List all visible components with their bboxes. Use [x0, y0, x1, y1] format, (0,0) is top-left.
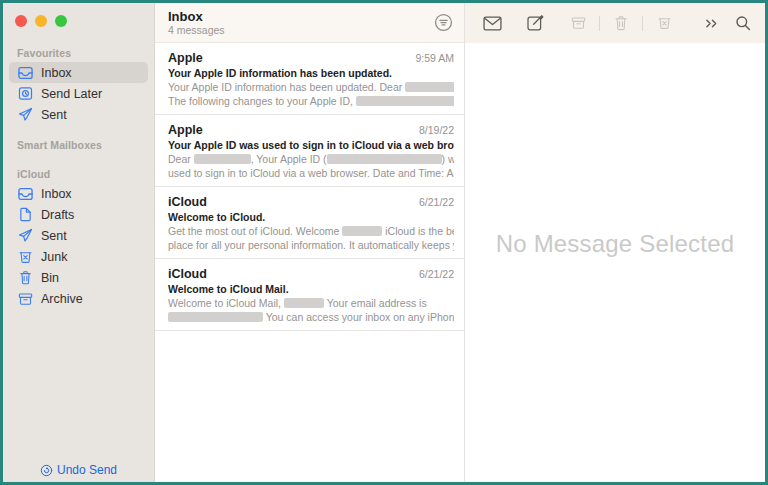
more-toolbar-icon[interactable] — [698, 10, 724, 36]
compose-icon[interactable] — [522, 10, 548, 36]
sidebar-item-label: Archive — [41, 292, 83, 306]
message-preview: Welcome to iCloud Mail, Your email addre… — [168, 296, 454, 324]
sidebar-item-label: Drafts — [41, 208, 74, 222]
toolbar-separator — [599, 16, 600, 31]
trash-icon — [608, 10, 634, 36]
message-row[interactable]: Apple9:59 AMYour Apple ID information ha… — [155, 43, 464, 115]
redacted-text — [356, 96, 454, 106]
search-icon[interactable] — [730, 10, 756, 36]
detail-toolbar-icons — [465, 3, 765, 43]
message-sender: iCloud — [168, 267, 207, 281]
send-later-icon — [17, 86, 33, 102]
message-date: 9:59 AM — [415, 52, 454, 64]
sidebar-item-send-later[interactable]: Send Later — [9, 83, 148, 104]
sidebar: FavouritesInboxSend LaterSentSmart Mailb… — [3, 3, 155, 482]
message-list-pane: Inbox 4 messages Apple9:59 AMYour Apple … — [155, 3, 465, 482]
inbox-icon — [17, 65, 33, 81]
sidebar-item-inbox[interactable]: Inbox — [9, 62, 148, 83]
zoom-button[interactable] — [55, 15, 67, 27]
sidebar-section-label: Smart Mailboxes — [3, 135, 154, 154]
message-preview: Your Apple ID information has been updat… — [168, 80, 454, 108]
preview-line: The following changes to your Apple ID, … — [168, 94, 454, 108]
undo-send-button[interactable]: Undo Send — [3, 463, 154, 477]
message-subject: Welcome to iCloud Mail. — [168, 283, 454, 295]
redacted-text — [342, 226, 382, 236]
get-mail-icon[interactable] — [479, 10, 505, 36]
redacted-text — [168, 312, 263, 322]
undo-send-label: Undo Send — [57, 463, 117, 477]
preview-line: Get the most out of iCloud. Welcome iClo… — [168, 224, 454, 238]
sidebar-item-sent[interactable]: Sent — [9, 104, 148, 125]
junk-icon — [17, 249, 33, 265]
sidebar-item-label: Inbox — [41, 66, 72, 80]
message-date: 6/21/22 — [419, 268, 454, 280]
sidebar-item-inbox[interactable]: Inbox — [9, 183, 148, 204]
archive-icon — [17, 291, 33, 307]
preview-line: place for all your personal information.… — [168, 238, 454, 252]
message-list: Apple9:59 AMYour Apple ID information ha… — [155, 43, 464, 482]
sidebar-section-label: Favourites — [3, 43, 154, 62]
detail-body: No Message Selected — [465, 43, 765, 482]
message-date: 8/19/22 — [419, 124, 454, 136]
sidebar-section-label: iCloud — [3, 164, 154, 183]
no-message-placeholder: No Message Selected — [496, 230, 735, 258]
message-subject: Your Apple ID was used to sign in to iCl… — [168, 139, 454, 151]
message-subject: Your Apple ID information has been updat… — [168, 67, 454, 79]
sidebar-item-drafts[interactable]: Drafts — [9, 204, 148, 225]
preview-line: Welcome to iCloud Mail, Your email addre… — [168, 296, 454, 310]
message-date: 6/21/22 — [419, 196, 454, 208]
sent-icon — [17, 228, 33, 244]
toolbar-separator — [642, 16, 643, 31]
sidebar-item-junk[interactable]: Junk — [9, 246, 148, 267]
message-sender: iCloud — [168, 195, 207, 209]
minimize-button[interactable] — [35, 15, 47, 27]
window-controls — [3, 3, 154, 33]
message-sender: Apple — [168, 51, 203, 65]
preview-line: Dear , Your Apple ID () was — [168, 152, 454, 166]
sidebar-item-label: Send Later — [41, 87, 102, 101]
preview-line: You can access your inbox on any iPhon..… — [168, 310, 454, 324]
message-row[interactable]: iCloud6/21/22Welcome to iCloud Mail.Welc… — [155, 259, 464, 331]
drafts-icon — [17, 207, 33, 223]
message-subject: Welcome to iCloud. — [168, 211, 454, 223]
filter-icon[interactable] — [432, 12, 454, 34]
sidebar-item-label: Bin — [41, 271, 59, 285]
undo-icon — [40, 464, 53, 477]
sidebar-item-bin[interactable]: Bin — [9, 267, 148, 288]
sidebar-item-sent[interactable]: Sent — [9, 225, 148, 246]
preview-line: Your Apple ID information has been updat… — [168, 80, 454, 94]
sidebar-item-label: Sent — [41, 229, 67, 243]
sidebar-item-label: Inbox — [41, 187, 72, 201]
junk-icon — [651, 10, 677, 36]
inbox-icon — [17, 186, 33, 202]
sidebar-item-label: Sent — [41, 108, 67, 122]
sidebar-sections: FavouritesInboxSend LaterSentSmart Mailb… — [3, 43, 154, 309]
sent-icon — [17, 107, 33, 123]
message-preview: Get the most out of iCloud. Welcome iClo… — [168, 224, 454, 252]
message-row[interactable]: iCloud6/21/22Welcome to iCloud.Get the m… — [155, 187, 464, 259]
close-button[interactable] — [15, 15, 27, 27]
mail-window: FavouritesInboxSend LaterSentSmart Mailb… — [0, 0, 768, 485]
bin-icon — [17, 270, 33, 286]
redacted-text — [194, 154, 251, 164]
detail-pane: No Message Selected — [465, 3, 765, 482]
message-list-header: Inbox 4 messages — [155, 3, 464, 43]
redacted-text — [327, 154, 442, 164]
message-count: 4 messages — [168, 24, 432, 36]
sidebar-item-archive[interactable]: Archive — [9, 288, 148, 309]
message-sender: Apple — [168, 123, 203, 137]
archive-icon — [565, 10, 591, 36]
redacted-text — [405, 82, 454, 92]
mailbox-title: Inbox — [168, 9, 432, 24]
sidebar-item-label: Junk — [41, 250, 67, 264]
redacted-text — [284, 298, 324, 308]
message-preview: Dear , Your Apple ID () wasused to sign … — [168, 152, 454, 180]
preview-line: used to sign in to iCloud via a web brow… — [168, 166, 454, 180]
message-row[interactable]: Apple8/19/22Your Apple ID was used to si… — [155, 115, 464, 187]
